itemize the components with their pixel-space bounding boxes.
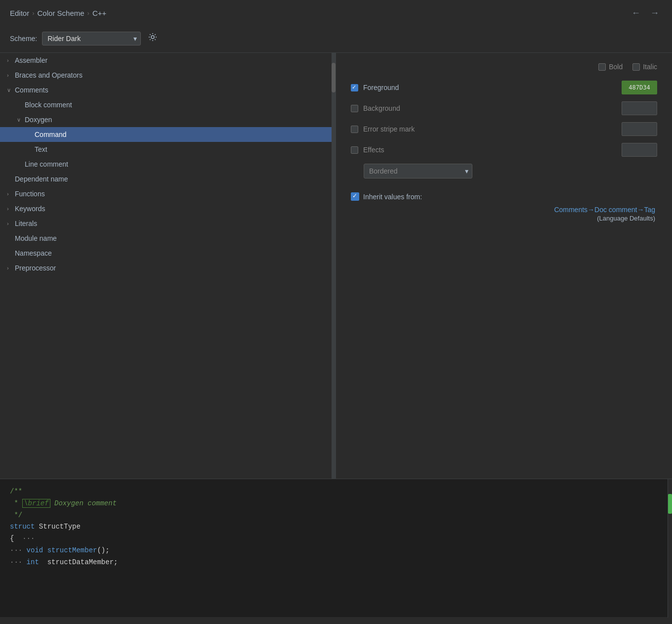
inherit-row: Inherit values from:	[351, 192, 657, 201]
effects-color-box[interactable]	[622, 143, 657, 157]
arrow-keywords: ›	[7, 206, 15, 212]
italic-label[interactable]: Italic	[632, 63, 657, 71]
tree-item-literals[interactable]: › Literals	[0, 216, 336, 231]
tree-label-doxygen: Doxygen	[25, 116, 330, 124]
tree-label-line-comment: Line comment	[25, 160, 330, 168]
tree-panel: › Assembler › Braces and Operators ∨ Com…	[0, 53, 336, 479]
italic-checkbox[interactable]	[632, 63, 640, 71]
breadcrumb-sep2: ›	[87, 9, 89, 17]
breadcrumb-color-scheme: Color Scheme	[38, 9, 84, 17]
breadcrumb-cpp: C++	[92, 9, 106, 17]
tree-item-text[interactable]: Text	[0, 142, 336, 157]
gear-button[interactable]	[146, 30, 160, 46]
arrow-preprocessor: ›	[7, 265, 15, 271]
arrow-doxygen: ∨	[17, 117, 25, 123]
foreground-color-value: 487D34	[629, 84, 650, 91]
tree-scrollbar	[332, 53, 336, 479]
effects-select-wrap: Bordered Underline Bold Underline Strike…	[364, 164, 472, 178]
tree-item-preprocessor[interactable]: › Preprocessor	[0, 261, 336, 275]
arrow-braces: ›	[7, 72, 15, 78]
tree-label-command: Command	[35, 131, 330, 138]
breadcrumb-editor: Editor	[10, 9, 29, 17]
bold-label[interactable]: Bold	[598, 63, 623, 71]
arrow-comments: ∨	[7, 87, 15, 93]
tree-label-text: Text	[35, 145, 330, 153]
arrow-functions: ›	[7, 191, 15, 197]
tree-item-functions[interactable]: › Functions	[0, 186, 336, 201]
italic-text: Italic	[643, 63, 657, 71]
tree-item-comments[interactable]: ∨ Comments	[0, 83, 336, 97]
inherit-checkbox[interactable]	[351, 192, 359, 201]
tree-label-keywords: Keywords	[15, 205, 330, 213]
back-button[interactable]: ←	[629, 7, 643, 19]
inherit-sub: (Language Defaults)	[351, 215, 655, 222]
tree-label-dependent-name: Dependent name	[15, 175, 330, 183]
code-line-3: */	[10, 510, 658, 522]
forward-button[interactable]: →	[647, 7, 662, 19]
code-preview-panel: /** * \brief Doxygen comment */ struct S…	[0, 479, 672, 617]
error-stripe-color-box[interactable]	[622, 122, 657, 136]
tree-item-line-comment[interactable]: Line comment	[0, 157, 336, 172]
background-row: Background	[351, 101, 657, 115]
bold-italic-row: Bold Italic	[351, 63, 657, 71]
foreground-row: Foreground 487D34	[351, 81, 657, 94]
tree-item-namespace[interactable]: Namespace	[0, 246, 336, 261]
inherit-links: Comments→Doc comment→Tag (Language Defau…	[351, 206, 657, 222]
inherit-link[interactable]: Comments→Doc comment→Tag	[351, 206, 655, 214]
code-scrollbar-thumb	[668, 494, 672, 514]
tree-item-keywords[interactable]: › Keywords	[0, 201, 336, 216]
tree-item-braces[interactable]: › Braces and Operators	[0, 68, 336, 83]
tree-label-functions: Functions	[15, 190, 330, 198]
tree-label-namespace: Namespace	[15, 249, 330, 257]
tree-item-block-comment[interactable]: Block comment	[0, 97, 336, 112]
tree-label-comments: Comments	[15, 86, 330, 94]
foreground-label: Foreground	[363, 84, 617, 91]
tree-scrollbar-thumb	[332, 63, 336, 92]
tree-item-dependent-name[interactable]: Dependent name	[0, 172, 336, 186]
scheme-select-wrap: Rider Dark Default High Contrast Darcula	[42, 32, 141, 45]
effects-type-select[interactable]: Bordered Underline Bold Underline Strike…	[364, 164, 472, 178]
breadcrumb: Editor › Color Scheme › C++	[10, 9, 106, 17]
nav-arrows: ← →	[629, 7, 662, 19]
background-checkbox[interactable]	[351, 105, 358, 112]
code-scrollbar	[668, 479, 672, 617]
scheme-label: Scheme:	[10, 35, 37, 43]
foreground-color-box[interactable]: 487D34	[622, 81, 657, 94]
arrow-assembler: ›	[7, 57, 15, 63]
inherit-section: Inherit values from: Comments→Doc commen…	[351, 192, 657, 222]
code-line-5: { ···	[10, 533, 658, 545]
effects-dropdown-row: Bordered Underline Bold Underline Strike…	[351, 164, 657, 178]
arrow-literals: ›	[7, 221, 15, 226]
tree-item-assembler[interactable]: › Assembler	[0, 53, 336, 68]
error-stripe-row: Error stripe mark	[351, 122, 657, 136]
effects-label: Effects	[363, 146, 617, 154]
tree-item-command[interactable]: Command	[0, 127, 336, 142]
inherit-label: Inherit values from:	[363, 193, 422, 201]
tree-label-preprocessor: Preprocessor	[15, 264, 330, 272]
tree-item-module-name[interactable]: Module name	[0, 231, 336, 246]
tree-label-block-comment: Block comment	[25, 101, 330, 109]
tree-label-assembler: Assembler	[15, 56, 330, 64]
main-layout: › Assembler › Braces and Operators ∨ Com…	[0, 52, 672, 479]
background-label: Background	[363, 104, 617, 112]
effects-row: Effects	[351, 143, 657, 157]
scheme-row: Scheme: Rider Dark Default High Contrast…	[0, 26, 672, 52]
foreground-checkbox[interactable]	[351, 84, 358, 91]
bold-checkbox[interactable]	[598, 63, 606, 71]
tree-item-doxygen[interactable]: ∨ Doxygen	[0, 112, 336, 127]
tree-label-module-name: Module name	[15, 234, 330, 242]
scheme-select[interactable]: Rider Dark Default High Contrast Darcula	[42, 32, 141, 45]
breadcrumb-sep1: ›	[32, 9, 34, 17]
tree-label-braces: Braces and Operators	[15, 71, 330, 79]
code-line-2: * \brief Doxygen comment	[10, 498, 658, 510]
background-color-box[interactable]	[622, 101, 657, 115]
code-line-7: ··· int structDataMember;	[10, 557, 658, 569]
tree-label-literals: Literals	[15, 220, 330, 227]
svg-point-0	[151, 36, 154, 39]
code-area: /** * \brief Doxygen comment */ struct S…	[0, 479, 668, 617]
error-stripe-checkbox[interactable]	[351, 126, 358, 133]
settings-panel: Bold Italic Foreground 487D34 Background…	[336, 53, 672, 479]
effects-checkbox[interactable]	[351, 146, 358, 154]
bold-text: Bold	[609, 63, 623, 71]
code-line-4: struct StructType	[10, 521, 658, 533]
